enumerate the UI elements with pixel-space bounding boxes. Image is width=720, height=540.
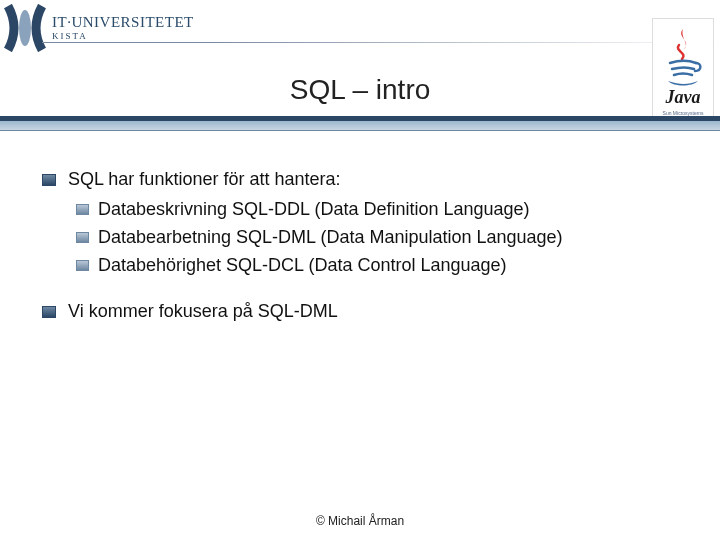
sub-bullet: Databehörighet SQL-DCL (Data Control Lan… [68,252,680,278]
java-cup-icon [662,27,704,89]
sub-bullet: Databearbetning SQL-DML (Data Manipulati… [68,224,680,250]
sub-bullet: Databeskrivning SQL-DDL (Data Definition… [68,196,680,222]
bullet-1-text: SQL har funktioner för att hantera: [68,169,341,189]
java-wordmark: Java [666,87,701,108]
institution-campus: KISTA [52,32,194,41]
header-rule [42,42,720,43]
bullet-2: Vi kommer fokusera på SQL-DML [40,298,680,324]
title-rule [0,114,720,144]
slide-body: SQL har funktioner för att hantera: Data… [0,144,720,324]
svg-point-1 [19,10,31,46]
slide-footer: © Michail Årman [0,514,720,528]
java-logo: Java Sun Microsystems [652,18,714,128]
title-area: SQL – intro [0,74,720,106]
slide-header: IT·UNIVERSITETET KISTA [0,0,720,56]
institution-name: IT·UNIVERSITETET [52,15,194,30]
institution-logo: IT·UNIVERSITETET KISTA [4,4,194,52]
bullet-1: SQL har funktioner för att hantera: Data… [40,166,680,278]
university-mark-icon [4,4,46,52]
bullet-2-text: Vi kommer fokusera på SQL-DML [68,301,338,321]
slide-title: SQL – intro [0,74,720,106]
